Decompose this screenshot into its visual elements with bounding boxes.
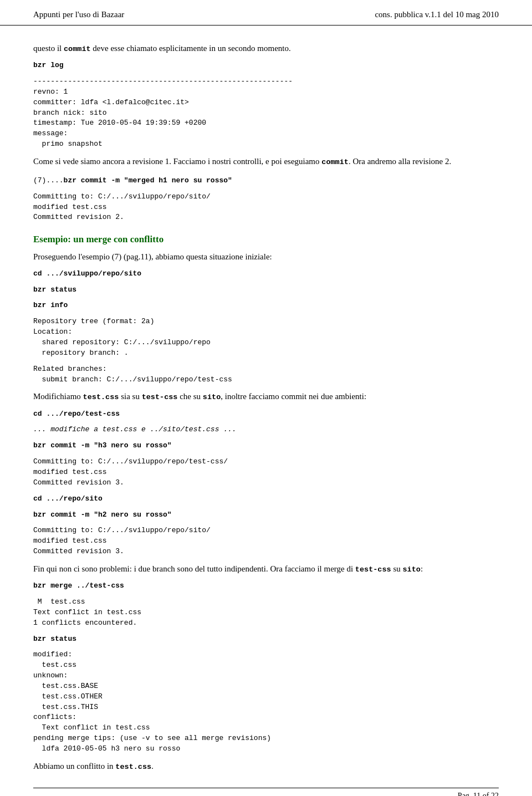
bzr-status-bold: bzr status: [33, 285, 76, 294]
numbered-prefix: (7)....: [33, 176, 64, 185]
bzr-log-bold: bzr log: [33, 61, 64, 69]
commit-h3-output: Committing to: C:/.../sviluppo/repo/test…: [33, 457, 499, 488]
commit-h2-bold: bzr commit -m "h2 nero su rosso": [33, 511, 172, 519]
para3-start: Modifichiamo: [33, 392, 83, 401]
paragraph-5: Abbiamo un conflitto in test.css.: [33, 760, 499, 773]
para1-start: Come si vede siamo ancora a revisione 1.…: [33, 157, 321, 166]
para3-mid1: sia su: [119, 392, 141, 401]
para3-testcss2-strong: test-css: [142, 392, 178, 401]
paragraph-3: Modifichiamo test.css sia su test-css ch…: [33, 390, 499, 403]
cd-sito-cmd: cd .../sviluppo/repo/sito: [33, 269, 499, 279]
cd-sito-cmd2: cd .../repo/sito: [33, 494, 499, 504]
para3-testcss-strong: test.css: [83, 392, 119, 401]
bzr-info-cmd: bzr info: [33, 300, 499, 311]
bzr-status-cmd: bzr status: [33, 285, 499, 295]
page-content: questo il commit deve esse chiamato espl…: [0, 25, 532, 796]
bzr-status-cmd2: bzr status: [33, 634, 499, 645]
numbered-commit-line: (7)....bzr commit -m "merged h1 nero su …: [33, 174, 499, 186]
para5-testcss-code: test.css: [115, 763, 151, 771]
cd-sito-bold2: cd .../repo/sito: [33, 494, 103, 503]
cd-sito-bold: cd .../sviluppo/repo/sito: [33, 269, 141, 278]
para4-sito-strong: sito: [403, 564, 421, 573]
header-right: cons. pubblica v.1.1 del 10 mag 2010: [375, 10, 499, 19]
page-header: Appunti per l'uso di Bazaar cons. pubbli…: [0, 0, 532, 25]
para4-testcss-strong: test-css: [355, 564, 391, 573]
para4-sito-code: sito: [403, 565, 421, 574]
commit-h3-cmd: bzr commit -m "h3 nero su rosso": [33, 441, 499, 451]
commit-output-block: Committing to: C:/.../sviluppo/repo/sito…: [33, 192, 499, 223]
bzr-log-output: ----------------------------------------…: [33, 76, 499, 150]
para4-testcss-code: test-css: [355, 565, 391, 574]
para3-end: , inoltre facciamo commit nei due ambien…: [221, 392, 366, 401]
related-branches-block: Related branches: submit branch: C:/.../…: [33, 364, 499, 385]
cd-testcss-bold: cd .../repo/test-css: [33, 410, 120, 418]
paragraph-4: Fin qui non ci sono problemi: i due bran…: [33, 563, 499, 575]
paragraph-2: Proseguendo l'esempio (7) (pag.11), abbi…: [33, 251, 499, 263]
modifiche-italic-text: ... modifiche a test.css e ../sito/test.…: [33, 425, 237, 433]
para5-testcss-strong: test.css: [115, 762, 151, 771]
para1-end: . Ora andremo alla revisione 2.: [349, 157, 451, 166]
para3-mid2: che su: [177, 392, 202, 401]
bzr-merge-output: M test.css Text conflict in test.css 1 c…: [33, 597, 499, 629]
section-heading-merge: Esempio: un merge con conflitto: [33, 234, 499, 245]
page-footer: Pag. 11 of 22: [33, 788, 499, 796]
para3-sito-strong: sito: [203, 392, 221, 401]
para3-testcss2-code: test-css: [142, 393, 178, 401]
bzr-info-output: Repository tree (format: 2a) Location: s…: [33, 317, 499, 358]
commit-h2-output: Committing to: C:/.../sviluppo/repo/sito…: [33, 525, 499, 557]
intro-text-end: deve esse chiamato esplicitamente in un …: [91, 44, 291, 53]
bzr-merge-cmd: bzr merge ../test-css: [33, 581, 499, 591]
paragraph-1: Come si vede siamo ancora a revisione 1.…: [33, 155, 499, 168]
footer-text: Pag. 11 of 22: [458, 792, 499, 796]
para4-start: Fin qui non ci sono problemi: i due bran…: [33, 564, 355, 573]
bzr-merge-bold: bzr merge ../test-css: [33, 581, 124, 590]
para2-text: Proseguendo l'esempio (7) (pag.11), abbi…: [33, 252, 272, 261]
para5-end: .: [151, 762, 154, 771]
para3-testcss-code: test.css: [83, 393, 119, 401]
para4-end: :: [421, 564, 423, 573]
bzr-log-command: bzr log: [33, 60, 499, 71]
para5-start: Abbiamo un conflitto in: [33, 762, 115, 771]
para1-commit-code: commit: [321, 158, 349, 166]
header-left: Appunti per l'uso di Bazaar: [33, 10, 124, 19]
bzr-info-bold: bzr info: [33, 301, 68, 309]
para1-commit-strong: commit: [321, 157, 349, 166]
intro-paragraph: questo il commit deve esse chiamato espl…: [33, 42, 499, 55]
para3-sito-code: sito: [203, 393, 221, 401]
modifiche-italic-line: ... modifiche a test.css e ../sito/test.…: [33, 425, 499, 435]
commit-h2-cmd: bzr commit -m "h2 nero su rosso": [33, 510, 499, 521]
cd-testcss-cmd: cd .../repo/test-css: [33, 409, 499, 420]
commit-h3-bold: bzr commit -m "h3 nero su rosso": [33, 441, 172, 450]
para4-mid: su: [391, 564, 403, 573]
intro-commit-code: commit: [64, 45, 91, 53]
commit-cmd-bold: bzr commit -m "merged h1 nero su rosso": [64, 176, 232, 185]
bzr-status-output2: modified: test.css unknown: test.css.BAS…: [33, 650, 499, 754]
intro-commit-bold: commit: [64, 44, 91, 53]
intro-text-start: questo il: [33, 44, 64, 53]
bzr-status-bold2: bzr status: [33, 635, 76, 643]
